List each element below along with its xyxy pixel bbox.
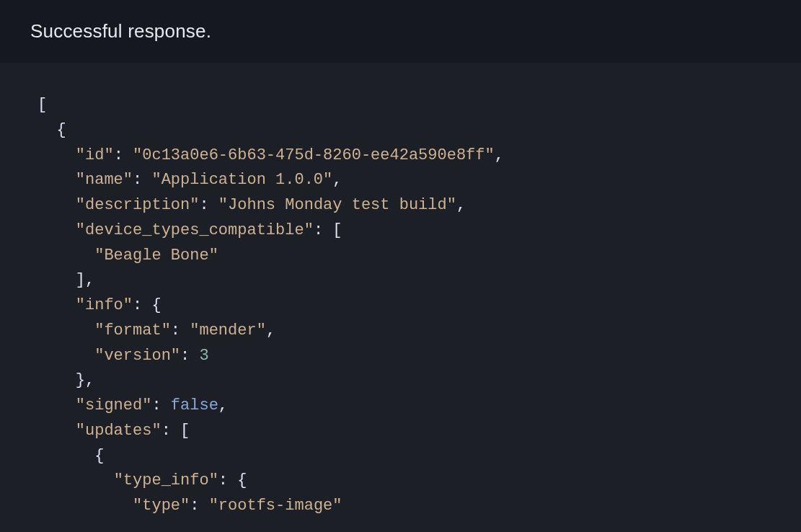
code-token: :	[151, 396, 170, 414]
code-token: },	[37, 371, 94, 389]
code-token: : [	[161, 422, 190, 440]
code-token	[37, 296, 76, 314]
code-token: 3	[199, 347, 208, 365]
code-token: "updates"	[76, 422, 161, 440]
code-token	[37, 497, 133, 515]
code-token	[37, 146, 76, 164]
code-token: ,	[456, 196, 466, 214]
code-token: [	[37, 96, 47, 114]
code-token: :	[199, 196, 218, 214]
code-token: {	[37, 121, 66, 139]
code-token: false	[171, 396, 218, 414]
response-heading: Successful response.	[0, 0, 801, 63]
code-token: "format"	[94, 322, 171, 340]
code-token	[37, 247, 94, 265]
code-token	[37, 322, 94, 340]
code-token: :	[180, 347, 199, 365]
code-token	[37, 422, 76, 440]
code-token: "version"	[94, 347, 180, 365]
code-token: : {	[218, 471, 247, 489]
code-token: :	[114, 146, 133, 164]
code-token: "Application 1.0.0"	[151, 171, 332, 189]
code-token: "name"	[76, 171, 133, 189]
code-token: :	[133, 171, 151, 189]
code-token	[37, 347, 94, 365]
code-token: ,	[332, 171, 342, 189]
code-token: {	[37, 447, 104, 465]
code-token: :	[171, 322, 190, 340]
code-token: "0c13a0e6-6b63-475d-8260-ee42a590e8ff"	[133, 146, 495, 164]
code-token: "Beagle Bone"	[94, 247, 218, 265]
code-token: "info"	[76, 296, 133, 314]
code-token: ,	[266, 322, 275, 340]
code-token: :	[190, 497, 208, 515]
code-token: "type_info"	[114, 471, 218, 489]
response-body-code: [ { "id": "0c13a0e6-6b63-475d-8260-ee42a…	[0, 63, 801, 519]
code-token: "type"	[133, 497, 190, 515]
code-token: : {	[133, 296, 161, 314]
code-token: : [	[314, 221, 342, 239]
code-token: "rootfs-image"	[209, 497, 342, 515]
code-token: "mender"	[190, 322, 266, 340]
code-token	[37, 396, 76, 414]
code-token	[37, 171, 76, 189]
code-token: "signed"	[76, 396, 152, 414]
code-token: ,	[218, 396, 228, 414]
code-token	[37, 471, 114, 489]
code-token	[37, 221, 76, 239]
code-token	[37, 196, 76, 214]
code-token: ],	[37, 271, 94, 289]
code-token: "id"	[76, 146, 114, 164]
code-token: ,	[495, 146, 504, 164]
code-token: "device_types_compatible"	[76, 221, 314, 239]
code-token: "description"	[76, 196, 200, 214]
code-token: "Johns Monday test build"	[218, 196, 456, 214]
